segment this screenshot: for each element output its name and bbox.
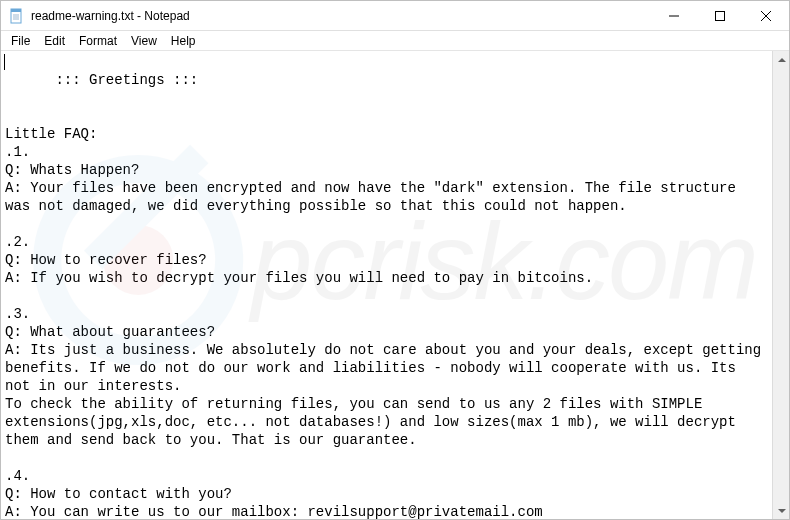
editor-area: ::: Greetings ::: Little FAQ: .1. Q: Wha…	[1, 50, 789, 519]
scroll-down-arrow[interactable]	[773, 502, 789, 519]
text-editor[interactable]: ::: Greetings ::: Little FAQ: .1. Q: Wha…	[1, 51, 772, 519]
svg-marker-9	[778, 58, 786, 62]
document-text: ::: Greetings ::: Little FAQ: .1. Q: Wha…	[5, 72, 770, 519]
menu-edit[interactable]: Edit	[38, 33, 71, 49]
window-title: readme-warning.txt - Notepad	[31, 9, 190, 23]
svg-marker-10	[778, 509, 786, 513]
scroll-up-arrow[interactable]	[773, 51, 789, 68]
scroll-track[interactable]	[773, 68, 789, 502]
titlebar: readme-warning.txt - Notepad	[1, 1, 789, 31]
menu-view[interactable]: View	[125, 33, 163, 49]
close-button[interactable]	[743, 1, 789, 31]
svg-rect-6	[716, 11, 725, 20]
maximize-button[interactable]	[697, 1, 743, 31]
minimize-button[interactable]	[651, 1, 697, 31]
notepad-window: readme-warning.txt - Notepad File Edit F…	[0, 0, 790, 520]
notepad-icon	[9, 8, 25, 24]
svg-rect-1	[11, 9, 21, 12]
text-caret	[4, 54, 5, 70]
vertical-scrollbar[interactable]	[772, 51, 789, 519]
menubar: File Edit Format View Help	[1, 31, 789, 50]
menu-help[interactable]: Help	[165, 33, 202, 49]
menu-file[interactable]: File	[5, 33, 36, 49]
menu-format[interactable]: Format	[73, 33, 123, 49]
